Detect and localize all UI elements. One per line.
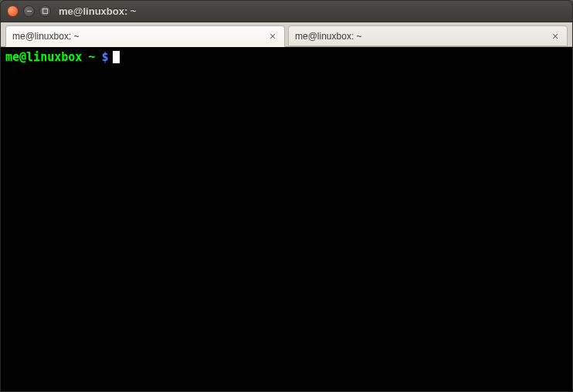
- tab-2[interactable]: me@linuxbox: ~ ×: [288, 25, 568, 46]
- window-controls: [7, 5, 51, 17]
- window-title: me@linuxbox: ~: [59, 5, 136, 17]
- tab-1[interactable]: me@linuxbox: ~ ×: [5, 25, 285, 47]
- tabbar: me@linuxbox: ~ × me@linuxbox: ~ ×: [1, 22, 572, 47]
- maximize-icon[interactable]: [39, 5, 51, 17]
- tab-label: me@linuxbox: ~: [12, 31, 267, 42]
- minimize-icon[interactable]: [23, 5, 35, 17]
- close-tab-icon[interactable]: ×: [550, 31, 561, 42]
- close-tab-icon[interactable]: ×: [267, 31, 278, 42]
- terminal-window: me@linuxbox: ~ me@linuxbox: ~ × me@linux…: [0, 0, 573, 392]
- terminal-body[interactable]: me@linuxbox ~ $: [1, 47, 572, 391]
- prompt-path: ~: [88, 50, 95, 64]
- tab-label: me@linuxbox: ~: [295, 31, 550, 42]
- cursor-icon: [113, 51, 120, 63]
- close-icon[interactable]: [7, 5, 19, 17]
- titlebar[interactable]: me@linuxbox: ~: [1, 1, 572, 22]
- prompt-line: me@linuxbox ~ $: [5, 50, 568, 64]
- prompt-symbol: $: [101, 50, 108, 64]
- prompt-userhost: me@linuxbox: [5, 50, 82, 64]
